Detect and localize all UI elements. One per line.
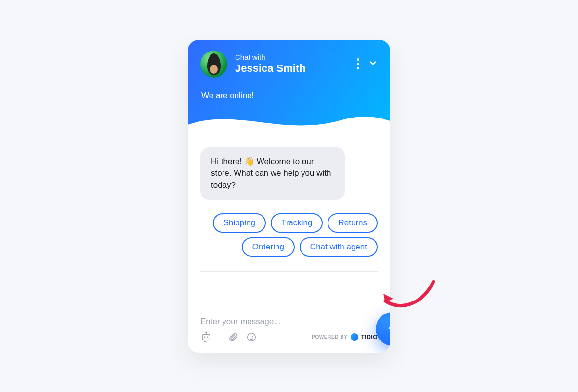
quick-reply-returns[interactable]: Returns [328, 213, 378, 233]
attachment-icon[interactable] [228, 332, 238, 342]
toolbar-separator [220, 332, 220, 342]
chat-with-label: Chat with [235, 53, 357, 61]
tidio-logo-icon [351, 333, 358, 341]
tidio-brand: TIDIO [361, 334, 378, 340]
bot-icon[interactable] [200, 331, 212, 343]
powered-by-label: POWERED BY [312, 334, 347, 340]
quick-reply-group: Shipping Tracking Returns Ordering Chat … [200, 213, 378, 257]
emoji-icon[interactable] [246, 332, 257, 342]
incoming-message: Hi there! 👋 Welcome to our store. What c… [200, 147, 345, 200]
svg-rect-0 [202, 335, 210, 340]
header-wave [188, 105, 390, 134]
message-input[interactable] [200, 314, 378, 331]
powered-by[interactable]: POWERED BY TIDIO [312, 333, 378, 341]
svg-point-2 [207, 336, 209, 338]
more-options-icon[interactable] [357, 58, 359, 69]
svg-point-5 [248, 333, 256, 341]
agent-name: Jessica Smith [235, 62, 357, 75]
svg-point-1 [204, 336, 206, 338]
minimize-icon[interactable] [368, 58, 378, 70]
agent-avatar[interactable] [200, 51, 227, 78]
quick-reply-chat-agent[interactable]: Chat with agent [300, 237, 378, 257]
svg-point-6 [250, 336, 250, 337]
message-composer: POWERED BY TIDIO [188, 307, 390, 353]
chat-header: Chat with Jessica Smith We are online! [188, 40, 390, 134]
svg-point-7 [252, 336, 253, 337]
chat-widget: Chat with Jessica Smith We are online! H… [188, 40, 390, 353]
quick-reply-ordering[interactable]: Ordering [242, 237, 295, 257]
online-status: We are online! [188, 91, 390, 101]
composer-divider [200, 271, 378, 272]
quick-reply-tracking[interactable]: Tracking [271, 213, 323, 233]
quick-reply-shipping[interactable]: Shipping [213, 213, 266, 233]
chat-body: Hi there! 👋 Welcome to our store. What c… [188, 134, 390, 307]
